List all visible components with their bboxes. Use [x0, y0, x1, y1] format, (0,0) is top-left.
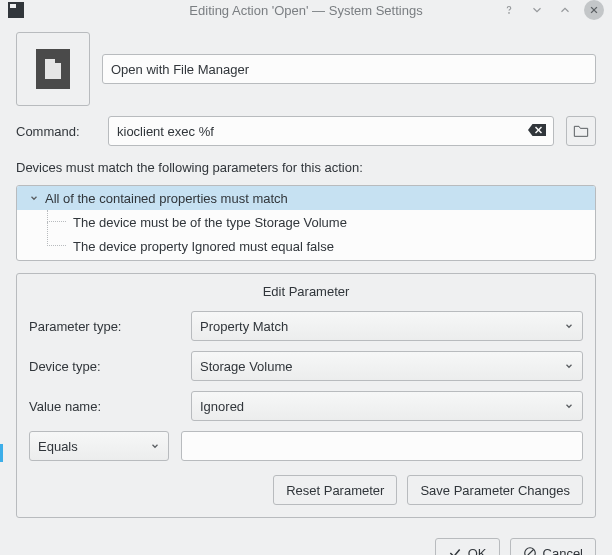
device-type-select[interactable]: Storage Volume	[191, 351, 583, 381]
tree-child[interactable]: The device must be of the type Storage V…	[17, 210, 595, 234]
tree-child-label: The device property Ignored must equal f…	[73, 239, 334, 254]
operator-value: Equals	[38, 439, 78, 454]
svg-point-0	[509, 13, 510, 14]
edit-parameter-group: Edit Parameter Parameter type: Property …	[16, 273, 596, 518]
chevron-down-icon	[564, 401, 574, 411]
reset-parameter-label: Reset Parameter	[286, 483, 384, 498]
value-name-value: Ignored	[200, 399, 244, 414]
browse-button[interactable]	[566, 116, 596, 146]
operator-select[interactable]: Equals	[29, 431, 169, 461]
titlebar: Editing Action 'Open' — System Settings	[0, 0, 612, 20]
chevron-down-icon	[564, 321, 574, 331]
chevron-down-icon	[564, 361, 574, 371]
compare-value-input[interactable]	[181, 431, 583, 461]
parameter-tree[interactable]: All of the contained properties must mat…	[16, 185, 596, 261]
save-parameter-label: Save Parameter Changes	[420, 483, 570, 498]
ok-label: OK	[468, 546, 487, 556]
value-name-label: Value name:	[29, 399, 179, 414]
tree-root[interactable]: All of the contained properties must mat…	[17, 186, 595, 210]
reset-parameter-button[interactable]: Reset Parameter	[273, 475, 397, 505]
cancel-button[interactable]: Cancel	[510, 538, 596, 555]
document-icon	[36, 49, 70, 89]
close-button[interactable]	[584, 0, 604, 20]
save-parameter-button[interactable]: Save Parameter Changes	[407, 475, 583, 505]
svg-line-6	[526, 550, 533, 556]
param-type-label: Parameter type:	[29, 319, 179, 334]
command-input[interactable]	[108, 116, 554, 146]
tree-root-label: All of the contained properties must mat…	[45, 191, 288, 206]
group-title: Edit Parameter	[29, 284, 583, 299]
param-type-select[interactable]: Property Match	[191, 311, 583, 341]
device-type-label: Device type:	[29, 359, 179, 374]
tree-child[interactable]: The device property Ignored must equal f…	[17, 234, 595, 258]
minimize-icon[interactable]	[528, 1, 546, 19]
chevron-down-icon	[150, 441, 160, 451]
action-icon-button[interactable]	[16, 32, 90, 106]
param-type-value: Property Match	[200, 319, 288, 334]
cancel-label: Cancel	[543, 546, 583, 556]
tree-child-label: The device must be of the type Storage V…	[73, 215, 347, 230]
app-icon	[8, 2, 24, 18]
clear-icon[interactable]	[528, 124, 546, 138]
ok-button[interactable]: OK	[435, 538, 500, 555]
device-type-value: Storage Volume	[200, 359, 293, 374]
maximize-icon[interactable]	[556, 1, 574, 19]
action-name-input[interactable]	[102, 54, 596, 84]
svg-point-5	[524, 548, 535, 555]
command-label: Command:	[16, 124, 96, 139]
help-icon[interactable]	[500, 1, 518, 19]
value-name-select[interactable]: Ignored	[191, 391, 583, 421]
chevron-down-icon[interactable]	[27, 191, 41, 205]
instructions-text: Devices must match the following paramet…	[16, 160, 596, 175]
